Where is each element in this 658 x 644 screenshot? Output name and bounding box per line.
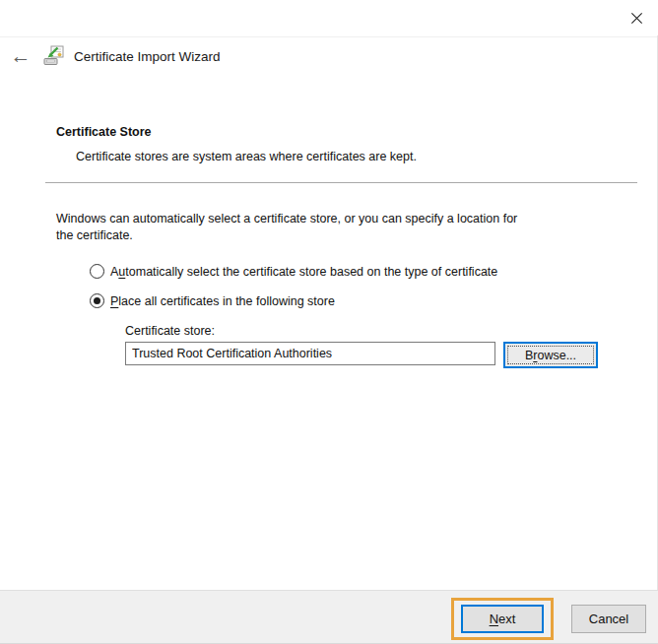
certificate-import-wizard-icon (43, 45, 64, 66)
cancel-button-label: Cancel (589, 612, 628, 626)
intro-text: Windows can automatically select a certi… (56, 211, 608, 244)
label-accel: r (533, 349, 537, 362)
titlebar-divider (0, 36, 658, 37)
label-pre: B (525, 349, 533, 362)
browse-button-label: Browse... (525, 349, 576, 362)
back-button[interactable]: ← (7, 43, 34, 69)
label-post: owse... (537, 349, 576, 362)
radio-automatically-select-label: Automatically select the certificate sto… (110, 265, 497, 279)
label-post: tomatically select the certificate store… (125, 265, 497, 279)
certificate-store-label: Certificate store: (125, 324, 215, 338)
cancel-button[interactable]: Cancel (571, 605, 646, 633)
label-post: ext (498, 612, 515, 626)
browse-button[interactable]: Browse... (503, 342, 598, 368)
footer-bar (0, 590, 658, 644)
section-title: Certificate Store (56, 125, 152, 139)
radio-place-all-certificates-label: Place all certificates in the following … (110, 294, 335, 308)
back-arrow-icon: ← (11, 44, 32, 68)
next-button-label: Next (490, 612, 516, 626)
header-divider (45, 182, 637, 183)
radio-place-all-certificates[interactable]: Place all certificates in the following … (90, 292, 335, 309)
label-accel: N (490, 612, 498, 626)
radio-automatically-select[interactable]: Automatically select the certificate sto… (90, 263, 497, 280)
certificate-store-input[interactable] (125, 342, 495, 365)
next-button[interactable]: Next (461, 605, 544, 633)
radio-button-unselected (90, 264, 104, 279)
radio-button-selected (90, 293, 104, 308)
close-icon (629, 11, 644, 30)
page-title: Certificate Import Wizard (74, 49, 221, 64)
section-subtitle: Certificate stores are system areas wher… (76, 150, 417, 163)
certificate-import-wizard-dialog: ← Certificate Import Wizard Certificate … (0, 0, 658, 644)
close-button[interactable] (625, 8, 648, 32)
label-post: lace all certificates in the following s… (118, 294, 335, 308)
